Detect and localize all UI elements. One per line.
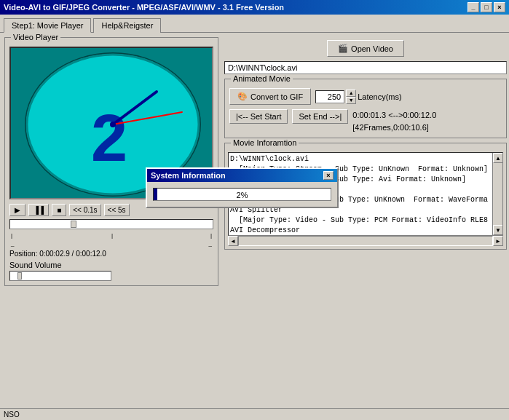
system-info-dialog: System Information × 2% <box>146 167 339 208</box>
dialog-title: System Information <box>151 171 226 180</box>
video-player-label: Video Player <box>11 33 60 41</box>
convert-gif-icon: 🎨 <box>237 92 248 101</box>
set-row: |<-- Set Start Set End -->| 0:00:01.3 <-… <box>229 109 502 133</box>
stop-button[interactable]: ■ <box>52 204 66 216</box>
progress-text: 2% <box>154 189 331 202</box>
seek-bar[interactable] <box>9 219 213 229</box>
frames-info: [42Frames,0:00:10.6] <box>352 122 436 134</box>
set-start-button[interactable]: |<-- Set Start <box>229 109 288 124</box>
time-right: _ <box>209 240 212 247</box>
time-range: 0:00:01.3 <-->0:00:12.0 <box>352 109 436 122</box>
movie-info-scrollbar-v: ▲ ▼ <box>492 153 502 235</box>
time-left: _ <box>11 240 14 247</box>
latency-spinner: ▲ ▼ Latency(ms) <box>315 90 402 104</box>
volume-slider[interactable] <box>9 271 111 281</box>
back-5s-button[interactable]: << 5s <box>104 204 130 216</box>
scroll-down-button[interactable]: ▼ <box>493 225 503 235</box>
position-display: Position: 0:00:02.9 / 0:00:12.0 <box>9 250 213 258</box>
volume-thumb[interactable] <box>17 272 22 280</box>
volume-section: Sound Volume <box>9 261 213 281</box>
scroll-right-button[interactable]: ► <box>493 236 503 246</box>
spinner-arrows: ▲ ▼ <box>346 90 356 104</box>
spinner-up[interactable]: ▲ <box>346 90 356 97</box>
latency-input[interactable] <box>315 90 344 103</box>
tick-start: | <box>11 232 12 239</box>
spinner-down[interactable]: ▼ <box>346 97 356 104</box>
dialog-close-button[interactable]: × <box>323 171 334 180</box>
bottom-bar: NSO <box>0 408 509 420</box>
close-button[interactable]: × <box>494 2 505 12</box>
title-bar-buttons: _ □ × <box>467 2 505 12</box>
latency-label: Latency(ms) <box>358 92 402 101</box>
bottom-label: NSO <box>4 411 20 419</box>
seek-thumb[interactable] <box>71 221 76 228</box>
right-panel: 🎬 Open Video Animated Movie 🎨 Convert to… <box>224 37 507 286</box>
tab-step1[interactable]: Step1: Movie Player <box>4 18 91 33</box>
svg-text:2: 2 <box>91 102 127 175</box>
movie-info-scrollbar-h: ◄ ► <box>228 236 503 246</box>
seek-bar-container <box>9 219 213 229</box>
open-video-icon: 🎬 <box>338 44 348 53</box>
movie-info-label: Movie Inforamtion <box>231 138 299 147</box>
tick-mid: | <box>111 232 113 239</box>
set-end-button[interactable]: Set End -->| <box>292 109 348 124</box>
title-bar: Video-AVI to GIF/JPEG Converter - MPEG/A… <box>0 0 509 15</box>
time-info: 0:00:01.3 <-->0:00:12.0 [42Frames,0:00:1… <box>352 109 436 133</box>
animated-movie-group: Animated Movie 🎨 Convert to GIF ▲ ▼ Late… <box>224 79 507 138</box>
main-content: Video Player 2 <box>0 33 509 290</box>
scroll-up-button[interactable]: ▲ <box>493 153 503 163</box>
pause-button[interactable]: ▐▐ <box>28 204 49 216</box>
maximize-button[interactable]: □ <box>481 2 492 12</box>
animated-movie-label: Animated Movie <box>231 74 293 83</box>
file-path-input[interactable] <box>224 61 507 74</box>
video-player-group: Video Player 2 <box>4 37 218 286</box>
back-01s-button[interactable]: << 0.1s <box>69 204 100 216</box>
tab-help[interactable]: Help&Reigster <box>93 18 161 33</box>
open-video-label: Open Video <box>351 44 393 53</box>
scroll-h-track[interactable] <box>238 236 493 246</box>
svg-point-5 <box>110 122 116 127</box>
convert-gif-button[interactable]: 🎨 Convert to GIF <box>229 88 311 105</box>
dialog-title-bar: System Information × <box>147 169 337 182</box>
tick-end: | <box>210 232 212 239</box>
window-title: Video-AVI to GIF/JPEG Converter - MPEG/A… <box>4 3 284 12</box>
progress-container: 2% <box>153 188 331 201</box>
minimize-button[interactable]: _ <box>467 2 479 12</box>
convert-gif-label: Convert to GIF <box>250 92 303 101</box>
convert-row: 🎨 Convert to GIF ▲ ▼ Latency(ms) <box>229 88 502 105</box>
top-section: Video Player 2 <box>4 37 505 286</box>
scroll-track[interactable] <box>493 163 502 225</box>
volume-label: Sound Volume <box>9 261 213 269</box>
tab-bar: Step1: Movie Player Help&Reigster <box>0 15 509 33</box>
dialog-content: 2% <box>147 182 337 207</box>
time-markers: | | | _ _ <box>9 232 213 247</box>
scroll-left-button[interactable]: ◄ <box>228 236 238 246</box>
play-button[interactable]: ▶ <box>9 204 25 216</box>
open-video-button[interactable]: 🎬 Open Video <box>327 40 404 57</box>
